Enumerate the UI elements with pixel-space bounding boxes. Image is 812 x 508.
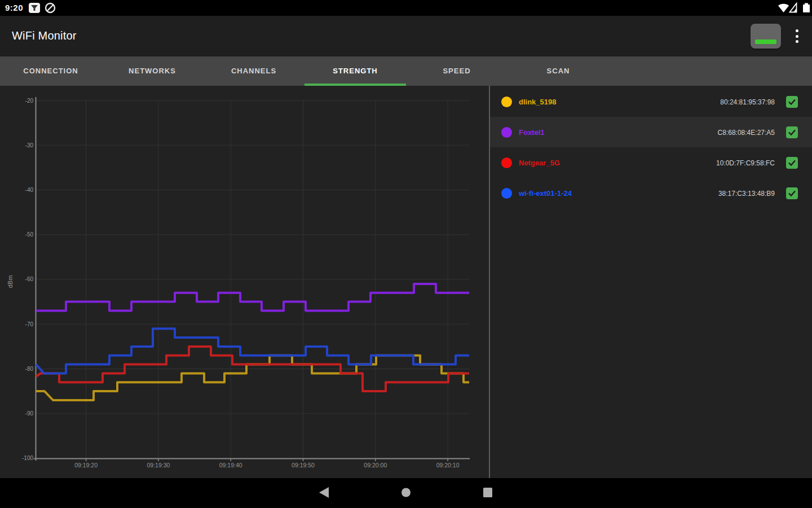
svg-text:-70: -70 xyxy=(25,321,34,327)
svg-text:09:20:00: 09:20:00 xyxy=(364,462,387,468)
svg-text:09:20:10: 09:20:10 xyxy=(436,462,460,468)
svg-text:09:19:20: 09:19:20 xyxy=(74,462,98,468)
svg-text:09:19:50: 09:19:50 xyxy=(292,462,315,468)
svg-text:-30: -30 xyxy=(25,142,34,148)
svg-text:dBm: dBm xyxy=(7,275,14,288)
svg-text:-50: -50 xyxy=(25,231,34,238)
svg-text:-20: -20 xyxy=(25,98,34,104)
svg-text:-80: -80 xyxy=(25,366,34,372)
svg-text:09:19:40: 09:19:40 xyxy=(219,462,242,468)
svg-text:-90: -90 xyxy=(25,410,34,417)
svg-text:09:19:30: 09:19:30 xyxy=(147,462,170,468)
svg-text:-100: -100 xyxy=(22,455,33,461)
svg-text:-40: -40 xyxy=(25,187,34,193)
svg-text:-60: -60 xyxy=(25,276,34,282)
